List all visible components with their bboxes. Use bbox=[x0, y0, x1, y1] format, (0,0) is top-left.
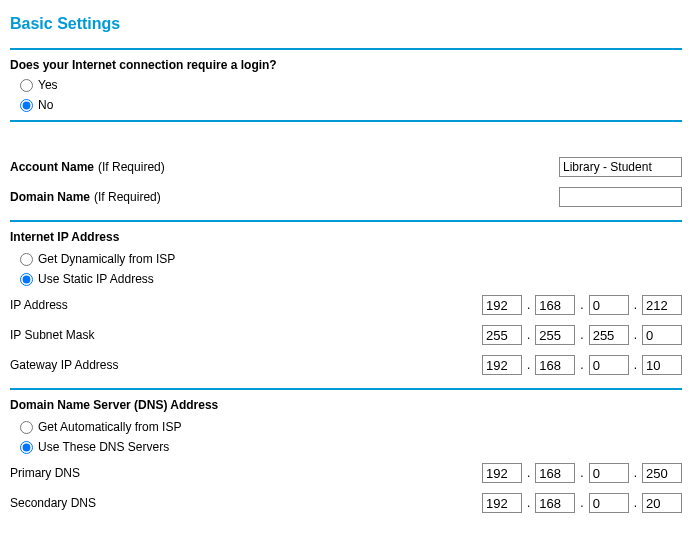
subnet-label: IP Subnet Mask bbox=[10, 328, 95, 342]
gateway-octet-3[interactable] bbox=[589, 355, 629, 375]
dot: . bbox=[578, 328, 585, 342]
primary-dns-octet-3[interactable] bbox=[589, 463, 629, 483]
dns-these-label: Use These DNS Servers bbox=[38, 440, 169, 454]
dns-these-radio[interactable] bbox=[20, 441, 33, 454]
ip-dynamic-label: Get Dynamically from ISP bbox=[38, 252, 175, 266]
gateway-octet-2[interactable] bbox=[535, 355, 575, 375]
dot: . bbox=[525, 328, 532, 342]
ip-address-octet-4[interactable] bbox=[642, 295, 682, 315]
ip-address-fields: . . . bbox=[482, 295, 682, 315]
dns-auto-option[interactable]: Get Automatically from ISP bbox=[10, 418, 682, 436]
ip-address-octet-2[interactable] bbox=[535, 295, 575, 315]
secondary-dns-octet-1[interactable] bbox=[482, 493, 522, 513]
dot: . bbox=[632, 298, 639, 312]
dot: . bbox=[578, 466, 585, 480]
login-yes-label: Yes bbox=[38, 78, 58, 92]
ip-address-octet-3[interactable] bbox=[589, 295, 629, 315]
dns-these-option[interactable]: Use These DNS Servers bbox=[10, 438, 682, 456]
subnet-octet-1[interactable] bbox=[482, 325, 522, 345]
ip-static-option[interactable]: Use Static IP Address bbox=[10, 270, 682, 288]
domain-name-hint: (If Required) bbox=[94, 190, 161, 204]
dot: . bbox=[525, 466, 532, 480]
dns-section-header: Domain Name Server (DNS) Address bbox=[10, 390, 682, 416]
primary-dns-octet-1[interactable] bbox=[482, 463, 522, 483]
primary-dns-label: Primary DNS bbox=[10, 466, 80, 480]
secondary-dns-octet-2[interactable] bbox=[535, 493, 575, 513]
login-yes-radio[interactable] bbox=[20, 79, 33, 92]
secondary-dns-fields: . . . bbox=[482, 493, 682, 513]
ip-static-radio[interactable] bbox=[20, 273, 33, 286]
ip-address-label: IP Address bbox=[10, 298, 68, 312]
gateway-fields: . . . bbox=[482, 355, 682, 375]
account-name-hint: (If Required) bbox=[98, 160, 165, 174]
domain-name-input[interactable] bbox=[559, 187, 682, 207]
secondary-dns-octet-3[interactable] bbox=[589, 493, 629, 513]
dot: . bbox=[578, 358, 585, 372]
login-no-radio[interactable] bbox=[20, 99, 33, 112]
dot: . bbox=[632, 496, 639, 510]
gateway-label: Gateway IP Address bbox=[10, 358, 119, 372]
ip-section-header: Internet IP Address bbox=[10, 222, 682, 248]
dns-auto-label: Get Automatically from ISP bbox=[38, 420, 181, 434]
account-name-label: Account Name bbox=[10, 160, 94, 174]
subnet-fields: . . . bbox=[482, 325, 682, 345]
login-yes-option[interactable]: Yes bbox=[10, 76, 682, 94]
login-no-label: No bbox=[38, 98, 53, 112]
dns-auto-radio[interactable] bbox=[20, 421, 33, 434]
ip-dynamic-option[interactable]: Get Dynamically from ISP bbox=[10, 250, 682, 268]
subnet-octet-4[interactable] bbox=[642, 325, 682, 345]
primary-dns-octet-4[interactable] bbox=[642, 463, 682, 483]
dot: . bbox=[525, 358, 532, 372]
dot: . bbox=[632, 328, 639, 342]
gateway-octet-4[interactable] bbox=[642, 355, 682, 375]
dot: . bbox=[632, 358, 639, 372]
ip-address-octet-1[interactable] bbox=[482, 295, 522, 315]
login-question-label: Does your Internet connection require a … bbox=[10, 58, 682, 72]
page-title: Basic Settings bbox=[10, 15, 682, 33]
ip-static-label: Use Static IP Address bbox=[38, 272, 154, 286]
dot: . bbox=[632, 466, 639, 480]
subnet-octet-3[interactable] bbox=[589, 325, 629, 345]
gateway-octet-1[interactable] bbox=[482, 355, 522, 375]
dot: . bbox=[578, 496, 585, 510]
secondary-dns-label: Secondary DNS bbox=[10, 496, 96, 510]
primary-dns-fields: . . . bbox=[482, 463, 682, 483]
subnet-octet-2[interactable] bbox=[535, 325, 575, 345]
primary-dns-octet-2[interactable] bbox=[535, 463, 575, 483]
secondary-dns-octet-4[interactable] bbox=[642, 493, 682, 513]
dot: . bbox=[525, 298, 532, 312]
login-no-option[interactable]: No bbox=[10, 96, 682, 114]
dot: . bbox=[525, 496, 532, 510]
account-name-input[interactable] bbox=[559, 157, 682, 177]
dot: . bbox=[578, 298, 585, 312]
ip-dynamic-radio[interactable] bbox=[20, 253, 33, 266]
domain-name-label: Domain Name bbox=[10, 190, 90, 204]
